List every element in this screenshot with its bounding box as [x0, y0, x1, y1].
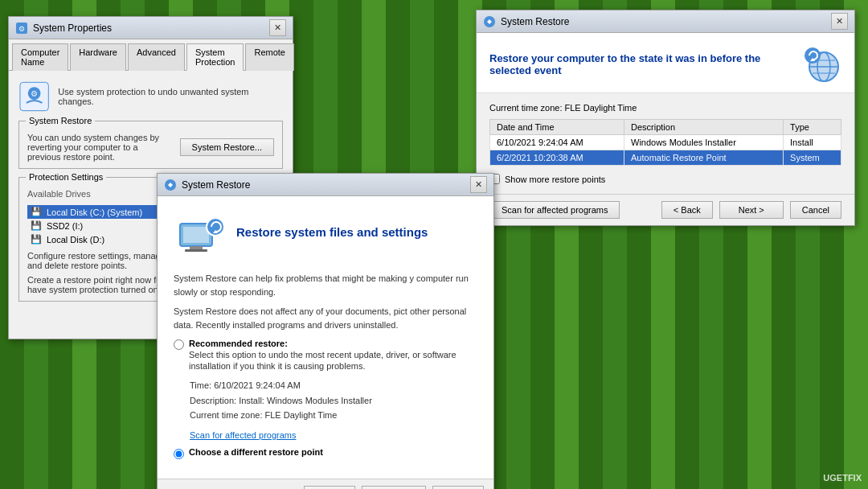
scan-affected-link[interactable]: Scan for affected programs	[190, 430, 296, 440]
row2-desc: Automatic Restore Point	[624, 150, 784, 166]
svg-rect-7	[183, 227, 209, 243]
system-restore-group: System Restore You can undo system chang…	[18, 121, 283, 169]
col-header-description: Description	[624, 120, 784, 135]
sr-wizard-body: Restore system files and settings System…	[158, 196, 493, 479]
system-properties-title: System Properties	[33, 23, 269, 34]
sr-wizard-back-button[interactable]: < Back	[304, 486, 355, 489]
col-header-type: Type	[784, 120, 841, 135]
svg-text:⚙: ⚙	[31, 89, 38, 98]
system-properties-titlebar: ⚙ System Properties ✕	[9, 17, 293, 39]
svg-rect-8	[190, 246, 203, 249]
hdd-icon-d: 💾	[31, 234, 42, 244]
restore-tz: Current time zone: FLE Daylight Time	[190, 408, 477, 423]
recommended-restore-option: Recommended restore: Select this option …	[174, 338, 477, 372]
wizard-desc1: System Restore can help fix problems tha…	[174, 272, 477, 298]
col-header-date: Date and Time	[490, 120, 624, 135]
sr-select-back-button[interactable]: < Back	[661, 201, 713, 219]
sr-select-heading: Restore your computer to the state it wa…	[489, 52, 763, 76]
sr-select-titlebar-btns: ✕	[831, 13, 848, 30]
show-more-row: Show more restore points	[489, 174, 841, 184]
sr-select-next-button[interactable]: Next >	[719, 201, 784, 219]
sr-select-window: System Restore ✕ Restore your computer t…	[476, 10, 855, 226]
restore-points-table: Date and Time Description Type 6/10/2021…	[489, 119, 841, 166]
sr-select-icon	[483, 15, 496, 28]
sr-wizard-next-button[interactable]: Next >	[362, 486, 426, 489]
drive-label-i: SSD2 (I:)	[47, 221, 83, 231]
timezone-label: Current time zone: FLE Daylight Time	[489, 103, 841, 113]
tabs-bar: Computer Name Hardware Advanced System P…	[9, 39, 293, 71]
tab-advanced[interactable]: Advanced	[128, 43, 185, 71]
hdd-icon-c: 💾	[31, 207, 42, 217]
tab-system-protection[interactable]: System Protection	[186, 43, 244, 71]
recommended-restore-radio[interactable]	[174, 339, 184, 350]
recommended-restore-label-block: Recommended restore: Select this option …	[189, 338, 477, 372]
tab-hardware[interactable]: Hardware	[70, 43, 126, 71]
sr-select-titlebar: System Restore ✕	[477, 10, 854, 33]
sr-wizard-title: System Restore	[182, 179, 470, 191]
sr-select-close-button[interactable]: ✕	[831, 13, 848, 30]
different-restore-radio[interactable]	[174, 449, 184, 459]
protection-settings-label: Protection Settings	[26, 172, 106, 182]
sr-wizard-footer: < Back Next > Cancel	[158, 479, 493, 489]
svg-rect-9	[185, 249, 207, 252]
tab-remote[interactable]: Remote	[245, 43, 294, 71]
restore-desc2: Description: Install: Windows Modules In…	[190, 393, 477, 409]
different-restore-option: Choose a different restore point	[174, 447, 477, 459]
section-description: Use system protection to undo unwanted s…	[58, 87, 283, 106]
watermark: UGETFIX	[823, 473, 862, 483]
sr-wizard-close-button[interactable]: ✕	[470, 176, 487, 193]
restore-row-1[interactable]: 6/10/2021 9:24:04 AM Windows Modules Ins…	[490, 135, 841, 150]
system-restore-label: System Restore	[26, 116, 95, 125]
row2-date: 6/2/2021 10:20:38 AM	[490, 150, 624, 166]
drive-label-d: Local Disk (D:)	[47, 235, 104, 244]
row2-type: System	[784, 150, 841, 166]
hdd-icon-i: 💾	[31, 220, 42, 231]
restore-row: You can undo system changes by reverting…	[27, 133, 274, 162]
sr-select-body: Current time zone: FLE Daylight Time Dat…	[477, 93, 854, 194]
svg-text:⚙: ⚙	[18, 25, 25, 33]
sr-select-title: System Restore	[501, 16, 831, 27]
scan-link-row: Scan for affected programs	[190, 429, 477, 441]
sr-wizard-window: System Restore ✕ Restore system files an…	[157, 173, 494, 489]
sr-select-globe-icon	[801, 44, 841, 84]
sr-wizard-cancel-button[interactable]: Cancel	[432, 486, 484, 489]
row1-type: Install	[784, 135, 841, 150]
shield-gear-icon: ⚙	[18, 80, 50, 113]
row1-desc: Windows Modules Installer	[624, 135, 784, 150]
system-restore-button[interactable]: System Restore...	[180, 138, 274, 156]
drive-label-c: Local Disk (C:) (System)	[47, 208, 142, 217]
sr-select-nav-buttons: < Back Next > Cancel	[661, 201, 841, 219]
system-properties-icon: ⚙	[15, 22, 28, 35]
scan-affected-programs-button[interactable]: Scan for affected programs	[489, 201, 620, 219]
restore-info-block: Time: 6/10/2021 9:24:04 AM Description: …	[190, 378, 477, 423]
sr-select-header: Restore your computer to the state it wa…	[477, 33, 854, 93]
section-header: ⚙ Use system protection to undo unwanted…	[18, 80, 283, 113]
titlebar-buttons: ✕	[269, 19, 286, 36]
restore-row-2[interactable]: 6/2/2021 10:20:38 AM Automatic Restore P…	[490, 150, 841, 166]
wizard-heading: Restore system files and settings	[236, 225, 428, 245]
sr-wizard-titlebar-btns: ✕	[470, 176, 487, 193]
row1-date: 6/10/2021 9:24:04 AM	[490, 135, 624, 150]
close-button[interactable]: ✕	[269, 19, 286, 36]
wizard-desc2: System Restore does not affect any of yo…	[174, 305, 477, 331]
sr-select-footer: Scan for affected programs < Back Next >…	[477, 194, 854, 225]
tab-computer-name[interactable]: Computer Name	[12, 43, 68, 71]
restore-time: Time: 6/10/2021 9:24:04 AM	[190, 378, 477, 393]
system-restore-wizard-icon	[174, 209, 225, 261]
sr-wizard-titlebar: System Restore ✕	[158, 174, 493, 196]
restore-description: You can undo system changes by reverting…	[27, 133, 164, 162]
sr-wizard-icon	[164, 179, 177, 191]
wizard-heading-row: Restore system files and settings	[174, 209, 477, 261]
show-more-label: Show more restore points	[505, 175, 605, 184]
sr-select-cancel-button[interactable]: Cancel	[790, 201, 841, 219]
